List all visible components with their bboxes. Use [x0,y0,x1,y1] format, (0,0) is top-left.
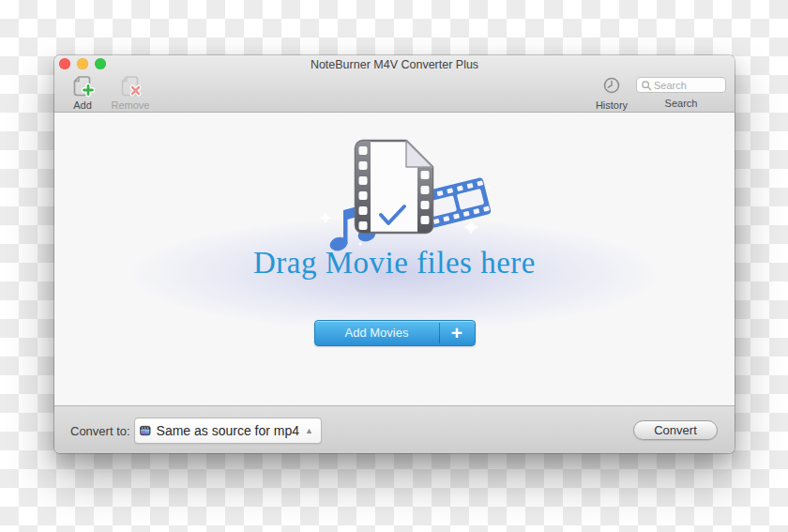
chevron-up-icon[interactable]: ▲ [299,426,313,435]
magnifier-icon [641,80,652,91]
window-title: NoteBurner M4V Converter Plus [54,58,735,71]
add-movies-button[interactable]: Add Movies + [314,320,476,346]
convert-to-label: Convert to: [70,424,130,438]
toolbar-remove-button[interactable]: Remove [107,75,154,111]
title-bar-toolbar: NoteBurner M4V Converter Plus Add Movies [54,55,735,113]
bottom-bar: Convert to: Same as source for mp4 ▲ Con… [54,405,735,453]
toolbar-remove-label: Remove [107,99,154,111]
dropzone-heading: Drag Movie files here [54,246,735,281]
movie-document-icon [356,141,432,233]
output-format-dropdown[interactable]: Same as source for mp4 ▲ [134,418,322,444]
convert-button[interactable]: Convert [633,420,718,440]
output-format-value: Same as source for mp4 [157,423,300,438]
drop-zone[interactable]: Drag Movie files here Add Movies + [54,113,735,405]
movie-file-with-music-note-filmstrip-icon [311,135,499,256]
document-x-icon [107,75,154,98]
app-window: NoteBurner M4V Converter Plus Add Movies [54,55,735,453]
transparency-checkerboard: { "window": { "title": "NoteBurner M4V C… [0,0,788,532]
toolbar-search-label: Search [625,98,737,109]
plus-icon[interactable]: + [440,321,475,345]
document-plus-icon [56,75,109,98]
add-movies-button-label: Add Movies [315,321,439,345]
search-input-field[interactable] [636,77,726,93]
toolbar-search: Search [625,75,737,109]
movie-clapper-icon [140,422,151,439]
search-input[interactable] [652,79,721,92]
